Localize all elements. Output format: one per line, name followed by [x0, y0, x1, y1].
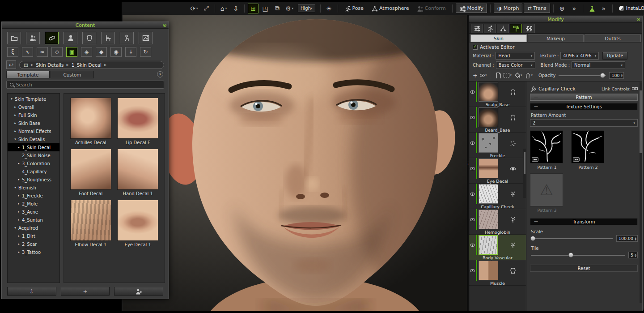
- opacity-slider[interactable]: [558, 73, 607, 78]
- back-button[interactable]: ↩: [6, 60, 16, 69]
- decal-item[interactable]: Lip Decal F: [117, 98, 160, 145]
- scale-slider[interactable]: [530, 236, 614, 241]
- overlap-view-button[interactable]: ⧉: [272, 4, 283, 13]
- avatar-pair-icon[interactable]: [26, 32, 40, 44]
- layer-thumbnail[interactable]: [479, 133, 498, 153]
- blend-mode-select[interactable]: Normal▾: [572, 61, 625, 69]
- tab-options-button[interactable]: ▾: [157, 71, 163, 77]
- tree-item[interactable]: ▾Acquired: [8, 224, 59, 232]
- add-content-button[interactable]: +: [61, 287, 110, 296]
- layer-item[interactable]: Eye Decal: [469, 158, 526, 184]
- online-plugin-button[interactable]: ⊕: [557, 4, 568, 13]
- instalod-button[interactable]: InstaLOD▾: [616, 4, 644, 13]
- decal-thumbnail[interactable]: [70, 149, 111, 190]
- tree-item[interactable]: ▸Overall: [8, 103, 59, 111]
- tree-item[interactable]: ▸4_Suntan: [8, 216, 59, 224]
- layer-thumbnail[interactable]: [479, 107, 498, 127]
- render-settings-button[interactable]: ⚙▾: [284, 4, 295, 13]
- modify-button[interactable]: Modify: [456, 4, 487, 13]
- tree-item[interactable]: ▾Blemish: [8, 184, 59, 192]
- spinner-icon[interactable]: ▲▼: [635, 237, 636, 240]
- visibility-eye-icon[interactable]: [469, 90, 476, 94]
- fit-view-button[interactable]: ⤢: [201, 4, 212, 13]
- breadcrumb-segment[interactable]: Skin Details: [36, 62, 64, 68]
- scale-slider-thumb[interactable]: [530, 236, 535, 241]
- layer-item[interactable]: Hemoglobin: [469, 209, 526, 235]
- update-button[interactable]: Update: [602, 52, 627, 60]
- tab-skin[interactable]: Skin: [470, 34, 527, 42]
- decal-thumbnail[interactable]: [117, 200, 158, 241]
- lab-plugin-button[interactable]: [586, 4, 597, 13]
- apply-to-character-button[interactable]: [114, 287, 163, 296]
- tile-slider-thumb[interactable]: [568, 253, 573, 257]
- layer-item[interactable]: Scalp_Base: [469, 81, 526, 107]
- visibility-eye-icon[interactable]: [469, 141, 476, 145]
- tree-item[interactable]: ▸3_Acne: [8, 208, 59, 216]
- layer-mask-icon[interactable]: [499, 89, 526, 95]
- new-document-button[interactable]: [495, 72, 501, 78]
- pane-layout-button[interactable]: ◳: [260, 4, 271, 13]
- tree-item[interactable]: ▸Full Skin: [8, 111, 59, 119]
- close-icon[interactable]: ⊗: [163, 22, 167, 29]
- tree-item[interactable]: ▾Skin Details: [8, 135, 59, 143]
- decal-thumbnail[interactable]: [70, 200, 111, 241]
- tree-item[interactable]: 4_Capillary: [8, 167, 59, 176]
- decal-item[interactable]: Elbow Decal 1: [69, 200, 112, 247]
- layer-mask-icon[interactable]: [499, 267, 526, 274]
- texture-settings-header[interactable]: —Texture Settings: [530, 103, 638, 110]
- close-icon[interactable]: ⊗: [636, 16, 640, 23]
- scale-value-box[interactable]: 100.00▲▼: [616, 235, 638, 242]
- pose-button[interactable]: Pose: [341, 4, 367, 13]
- pattern-item[interactable]: Pattern 1: [530, 130, 564, 170]
- pattern-thumbnail[interactable]: [571, 130, 604, 163]
- reset-button[interactable]: Reset: [530, 265, 638, 272]
- gem-outline-icon[interactable]: ◈: [81, 47, 92, 57]
- layer-thumbnail[interactable]: [479, 184, 498, 204]
- body-icon[interactable]: [82, 32, 96, 44]
- visibility-eye-icon[interactable]: [469, 193, 476, 196]
- tree-item[interactable]: ▸1_Dirt: [8, 232, 59, 240]
- atmosphere-button[interactable]: Atmosphere: [368, 4, 412, 13]
- decal-item[interactable]: Hand Decal 1: [117, 149, 160, 196]
- skin-capsule-icon[interactable]: [45, 32, 59, 44]
- pattern-amount-select[interactable]: 2▾: [530, 119, 638, 127]
- tree-item[interactable]: ▸3_Coloration: [8, 159, 59, 167]
- reset-camera-button[interactable]: ⟳▾: [189, 4, 199, 13]
- layer-thumbnail[interactable]: [479, 210, 498, 229]
- detail-scrollbar[interactable]: [640, 82, 642, 303]
- spinner-icon[interactable]: ▲▼: [621, 73, 623, 77]
- import-button[interactable]: ⇩: [230, 4, 241, 13]
- scrollbar-thumb[interactable]: [640, 90, 642, 153]
- layer-visibility-button[interactable]: ▾: [480, 73, 487, 77]
- decal-thumbnail[interactable]: [117, 149, 158, 190]
- tab-makeup[interactable]: Makeup: [528, 34, 584, 42]
- tree-item[interactable]: ▾Skin Template: [8, 95, 59, 103]
- breadcrumb-segment[interactable]: 1_Skin Decal: [72, 62, 102, 68]
- tab-template[interactable]: Template: [6, 71, 50, 78]
- seated-pose-icon[interactable]: [120, 32, 134, 44]
- layer-mask-icon[interactable]: [499, 216, 526, 223]
- strand-icon[interactable]: ∿: [22, 47, 33, 57]
- channel-select[interactable]: Base Color▾: [496, 61, 535, 69]
- folder-icon[interactable]: [7, 32, 21, 44]
- home-view-button[interactable]: ⌂▾: [218, 4, 229, 13]
- layer-mask-icon[interactable]: [499, 114, 526, 120]
- layer-mask-icon[interactable]: [499, 140, 526, 146]
- conform-button[interactable]: Conform: [414, 4, 449, 13]
- scene-backdrop-icon[interactable]: [139, 32, 153, 44]
- texture-size-select[interactable]: 4096 x 4096▾: [560, 52, 599, 60]
- pattern-item[interactable]: Pattern 2: [571, 130, 605, 170]
- tab-physics[interactable]: [497, 24, 509, 33]
- pattern-section-header[interactable]: —Pattern: [530, 94, 638, 101]
- marquee-select-button[interactable]: ▾: [504, 73, 512, 77]
- spinner-icon[interactable]: ▲▼: [635, 253, 636, 257]
- tab-texture[interactable]: [523, 24, 535, 33]
- layer-item[interactable]: Beard_Base: [469, 107, 526, 133]
- decal-item[interactable]: Achilles Decal: [69, 98, 112, 145]
- visibility-eye-icon[interactable]: [469, 269, 476, 272]
- tree-item[interactable]: ▸2_Scar: [8, 240, 59, 248]
- add-layer-button[interactable]: +: [473, 72, 478, 79]
- layer-mask-icon[interactable]: [499, 242, 526, 248]
- dual-view-button[interactable]: ⊞: [248, 4, 258, 13]
- delete-layer-button[interactable]: ▾: [524, 72, 533, 78]
